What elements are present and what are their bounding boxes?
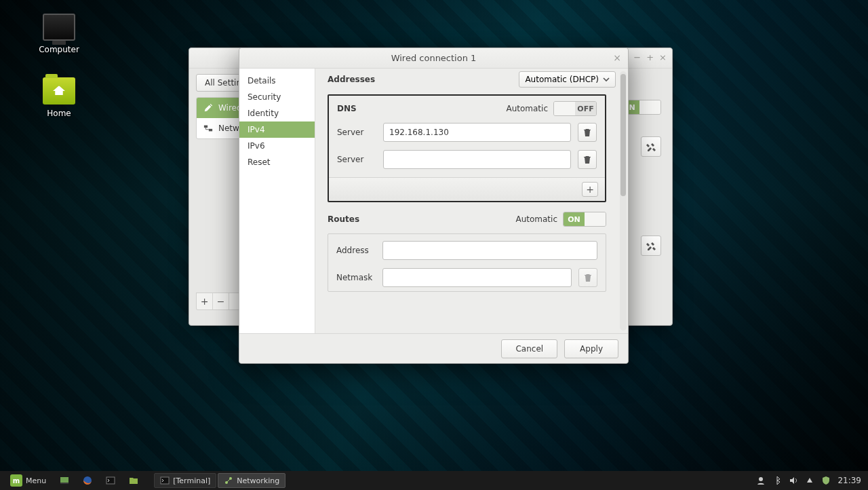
connection-settings-button-2[interactable]: [641, 235, 661, 256]
dialog-titlebar[interactable]: Wired connection 1 ×: [239, 48, 628, 69]
mint-logo-icon: m: [10, 474, 22, 487]
desktop-icon-computer[interactable]: Computer: [28, 14, 90, 54]
dns-server-label: Server: [337, 128, 376, 137]
trash-icon: [583, 155, 592, 164]
taskbar-app-terminal[interactable]: [Terminal]: [154, 473, 216, 488]
dns-server-label: Server: [337, 155, 376, 164]
toggle-on-label: ON: [564, 212, 585, 226]
close-icon[interactable]: ×: [659, 52, 667, 62]
dns-panel: DNS Automatic OFF Server: [328, 94, 606, 202]
dns-delete-button-1[interactable]: [578, 123, 597, 142]
terminal-icon: [106, 476, 115, 485]
dns-server-input-1[interactable]: [383, 123, 571, 142]
plus-icon: +: [586, 184, 594, 195]
terminal-icon: [160, 476, 170, 485]
launcher-files[interactable]: [123, 473, 144, 488]
routes-panel: Address Netmask: [328, 233, 606, 292]
tab-identity[interactable]: Identity: [239, 105, 315, 121]
dns-add-button[interactable]: +: [582, 182, 598, 197]
desktop-icon-label: Computer: [28, 45, 90, 54]
taskbar-app-label: Networking: [237, 476, 279, 485]
menu-button[interactable]: m Menu: [4, 473, 52, 488]
shield-icon[interactable]: [821, 476, 831, 485]
svg-rect-6: [161, 477, 169, 484]
route-netmask-input[interactable]: [382, 268, 572, 287]
tab-ipv6[interactable]: IPv6: [239, 138, 315, 154]
clock[interactable]: 21:39: [837, 476, 861, 485]
wired-connection-dialog[interactable]: Wired connection 1 × Details Security Id…: [239, 48, 629, 364]
connection-settings-button-1[interactable]: [641, 136, 661, 157]
desktop-icon: [60, 476, 69, 485]
desktop: Computer Home − + × All Settings Wired: [0, 0, 868, 490]
dns-server-input-2[interactable]: [383, 150, 571, 169]
desktop-icon-home[interactable]: Home: [28, 77, 90, 118]
tab-details[interactable]: Details: [239, 73, 315, 89]
toggle-off-label: OFF: [575, 102, 596, 115]
remove-connection-button[interactable]: −: [213, 293, 229, 309]
svg-rect-2: [60, 477, 68, 483]
addresses-mode-select[interactable]: Automatic (DHCP): [519, 71, 616, 88]
dns-automatic-label: Automatic: [506, 104, 548, 113]
window-controls: − + ×: [633, 52, 667, 62]
trash-icon: [583, 273, 593, 282]
add-connection-button[interactable]: +: [197, 293, 213, 309]
addresses-label: Addresses: [328, 75, 375, 84]
tab-reset[interactable]: Reset: [239, 154, 315, 170]
routes-label: Routes: [328, 214, 359, 224]
svg-rect-5: [106, 477, 115, 484]
route-delete-button[interactable]: [578, 268, 597, 287]
menu-label: Menu: [26, 476, 46, 485]
apply-button[interactable]: Apply: [564, 339, 618, 358]
svg-rect-3: [60, 483, 68, 484]
route-address-label: Address: [336, 246, 376, 255]
taskbar: m Menu [Terminal] Networking: [0, 471, 868, 490]
maximize-icon[interactable]: +: [646, 52, 654, 62]
network-tray-icon[interactable]: [805, 476, 814, 485]
user-icon[interactable]: [756, 476, 766, 485]
launcher-terminal[interactable]: [100, 473, 121, 488]
bluetooth-icon[interactable]: [772, 476, 782, 485]
volume-icon[interactable]: [789, 476, 798, 485]
dialog-sidebar: Details Security Identity IPv4 IPv6 Rese…: [239, 69, 315, 333]
tab-security[interactable]: Security: [239, 89, 315, 105]
desktop-icon-label: Home: [28, 109, 90, 118]
computer-icon: [43, 14, 75, 41]
route-netmask-label: Netmask: [336, 273, 376, 282]
close-icon[interactable]: ×: [613, 52, 621, 63]
files-icon: [129, 476, 138, 485]
routes-automatic-toggle[interactable]: ON: [563, 212, 606, 227]
show-desktop-button[interactable]: [54, 473, 75, 488]
dns-label: DNS: [337, 104, 357, 113]
scrollbar[interactable]: [620, 71, 627, 331]
launcher-firefox[interactable]: [77, 473, 98, 488]
routes-automatic-label: Automatic: [515, 214, 557, 224]
svg-rect-1: [209, 129, 212, 132]
dialog-title: Wired connection 1: [391, 53, 477, 63]
svg-point-9: [759, 477, 763, 481]
cancel-button[interactable]: Cancel: [501, 339, 557, 358]
proxy-icon: [203, 124, 213, 133]
tools-icon: [646, 141, 656, 152]
pencil-icon: [203, 103, 213, 113]
taskbar-app-label: [Terminal]: [173, 476, 210, 485]
minimize-icon[interactable]: −: [633, 52, 641, 62]
dns-delete-button-2[interactable]: [578, 150, 597, 169]
firefox-icon: [83, 476, 92, 485]
dns-automatic-toggle[interactable]: OFF: [553, 101, 597, 116]
network-icon: [224, 476, 233, 485]
tools-icon: [646, 240, 656, 251]
tab-ipv4[interactable]: IPv4: [239, 121, 315, 138]
trash-icon: [583, 128, 592, 137]
route-address-input[interactable]: [382, 241, 597, 260]
taskbar-app-networking[interactable]: Networking: [218, 473, 285, 488]
svg-rect-0: [204, 126, 208, 128]
chevron-down-icon: [603, 76, 610, 83]
addresses-mode-value: Automatic (DHCP): [525, 75, 599, 84]
dialog-main: Addresses Automatic (DHCP) DNS Automatic: [315, 69, 628, 333]
home-folder-icon: [43, 77, 75, 105]
